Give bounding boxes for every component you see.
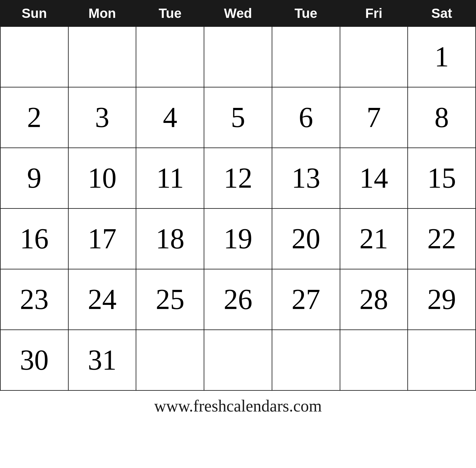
day-cell: 3 [68,87,136,148]
day-number: 15 [408,148,475,208]
col-header-fri: Fri [340,0,408,26]
day-cell [340,330,408,390]
day-number [69,27,136,87]
day-cell: 8 [408,87,476,148]
col-header-mon: Mon [68,0,136,26]
day-number: 29 [408,269,475,329]
day-number: 5 [204,87,272,147]
day-cell [136,330,204,390]
col-header-tue: Tue [136,0,204,26]
day-number: 7 [340,87,408,147]
day-cell: 12 [204,148,272,208]
day-cell: 17 [68,208,136,269]
day-cell: 25 [136,269,204,330]
day-number: 26 [204,269,272,329]
week-row-5: 23 24 25 26 27 28 29 [0,269,476,330]
day-number: 31 [69,330,136,390]
day-number: 19 [204,209,272,269]
day-number: 21 [340,209,408,269]
day-cell: 18 [136,208,204,269]
week-row-3: 9 10 11 12 13 14 15 [0,148,476,208]
day-cell: 1 [408,26,476,87]
day-number [272,27,340,87]
week-row-6: 30 31 [0,330,476,390]
day-cell: 7 [340,87,408,148]
day-number: 22 [408,209,475,269]
calendar-container: Sun Mon Tue Wed Tue Fri Sat 1 2 3 [0,0,476,468]
day-cell [204,26,272,87]
day-number: 27 [272,269,340,329]
day-cell: 24 [68,269,136,330]
day-number: 6 [272,87,340,147]
day-cell: 31 [68,330,136,390]
day-cell [272,330,340,390]
week-row-4: 16 17 18 19 20 21 22 [0,208,476,269]
day-cell: 30 [0,330,68,390]
col-header-sat: Sat [408,0,476,26]
day-cell: 5 [204,87,272,148]
day-number [1,27,68,87]
day-number: 1 [408,27,475,87]
day-number [204,330,272,390]
day-cell: 4 [136,87,204,148]
day-number: 12 [204,148,272,208]
col-header-sun: Sun [0,0,68,26]
day-cell: 28 [340,269,408,330]
day-number [340,27,408,87]
day-cell: 6 [272,87,340,148]
day-cell [272,26,340,87]
day-cell: 21 [340,208,408,269]
day-cell: 19 [204,208,272,269]
day-number [340,330,408,390]
day-cell: 16 [0,208,68,269]
day-number: 18 [136,209,204,269]
day-number: 23 [1,269,68,329]
calendar-table: Sun Mon Tue Wed Tue Fri Sat 1 2 3 [0,0,476,391]
day-number [204,27,272,87]
day-number: 2 [1,87,68,147]
day-cell [68,26,136,87]
day-cell: 29 [408,269,476,330]
day-cell: 9 [0,148,68,208]
day-number: 17 [69,209,136,269]
day-cell [204,330,272,390]
day-cell: 10 [68,148,136,208]
day-cell [408,330,476,390]
day-number: 8 [408,87,475,147]
day-cell: 23 [0,269,68,330]
day-number: 25 [136,269,204,329]
week-row-1: 1 [0,26,476,87]
day-number: 20 [272,209,340,269]
day-number: 13 [272,148,340,208]
header-row: Sun Mon Tue Wed Tue Fri Sat [0,0,476,26]
col-header-thu: Tue [272,0,340,26]
day-number: 11 [136,148,204,208]
day-cell: 2 [0,87,68,148]
day-number: 10 [69,148,136,208]
day-number [136,27,204,87]
day-cell [340,26,408,87]
day-cell: 27 [272,269,340,330]
day-number: 4 [136,87,204,147]
day-number: 24 [69,269,136,329]
day-cell: 20 [272,208,340,269]
day-number: 16 [1,209,68,269]
week-row-2: 2 3 4 5 6 7 8 [0,87,476,148]
day-number [408,330,475,390]
day-number: 30 [1,330,68,390]
day-cell [0,26,68,87]
footer-url: www.freshcalendars.com [0,391,476,419]
day-cell: 15 [408,148,476,208]
day-number: 3 [69,87,136,147]
calendar-body: 1 2 3 4 5 6 7 8 9 10 11 12 13 14 15 16 [0,26,476,390]
day-number [136,330,204,390]
col-header-wed: Wed [204,0,272,26]
day-cell: 22 [408,208,476,269]
day-cell [136,26,204,87]
day-number: 28 [340,269,408,329]
day-number [272,330,340,390]
day-number: 9 [1,148,68,208]
day-number: 14 [340,148,408,208]
day-cell: 26 [204,269,272,330]
day-cell: 13 [272,148,340,208]
